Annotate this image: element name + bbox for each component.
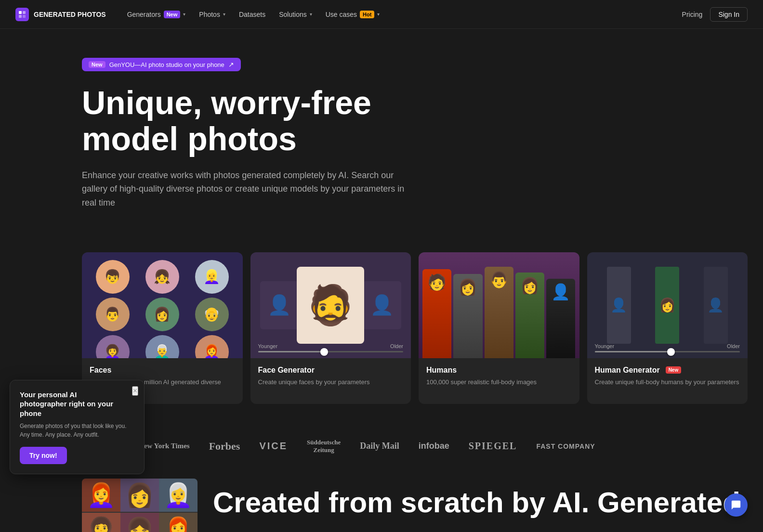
press-logo-fast-company: FAST COMPANY	[536, 442, 595, 450]
press-logo-vice: VICE	[259, 441, 288, 452]
preview-img-5: 👩‍🦳	[159, 479, 197, 512]
popup-desc: Generate photos of you that look like yo…	[20, 422, 134, 439]
face-circle: 👩‍🦱	[96, 335, 130, 358]
chat-button[interactable]	[724, 493, 748, 517]
nav-item-generators[interactable]: Generators New ▾	[121, 8, 192, 21]
press-logo-daily-mail: Daily Mail	[360, 441, 399, 451]
slider-younger-label: Younger	[258, 343, 278, 349]
bottom-section: 👩‍🦰 👩‍🦱 👩 👧 👩‍🦳 👩‍🦰 Created from scratch…	[0, 469, 763, 532]
nav-right: Pricing Sign In	[682, 7, 748, 22]
card-humans-content: Humans 100,000 super realistic full-body…	[419, 358, 579, 395]
hero-subtitle: Enhance your creative works with photos …	[82, 169, 419, 210]
popup-try-button[interactable]: Try now!	[20, 447, 67, 464]
human-gen-bg: 👤 👩 👤 Younger Older	[587, 252, 748, 358]
human-tan: 👨	[485, 267, 513, 358]
hg-slider-older: Older	[727, 343, 740, 349]
svg-rect-0	[19, 11, 22, 14]
signin-button[interactable]: Sign In	[710, 7, 748, 22]
slider-older-label: Older	[390, 343, 403, 349]
nav-links: Generators New ▾ Photos ▾ Datasets Solut…	[121, 8, 682, 21]
hg-figure-left: 👤	[607, 267, 631, 344]
chat-icon	[731, 500, 741, 510]
face-gen-bg: 👤 🧔 👤 Younger Older	[250, 252, 411, 358]
preview-img-1: 👩‍🦰	[82, 479, 120, 512]
card-humans[interactable]: 🧑 👩 👨 👩 👤 Humans 100,000 super realistic…	[419, 252, 579, 404]
card-face-gen-image: 👤 🧔 👤 Younger Older	[250, 252, 411, 358]
face-circle: 👧	[145, 260, 179, 294]
bottom-cta-text: Created from scratch by AI. Generated	[213, 479, 740, 517]
logo[interactable]: GENERATED PHOTOS	[15, 8, 106, 21]
svg-rect-3	[23, 15, 26, 18]
card-human-gen-desc: Create unique full-body humans by your p…	[595, 377, 740, 387]
card-face-gen-content: Face Generator Create unique faces by yo…	[250, 358, 411, 395]
hg-slider-thumb	[667, 348, 675, 356]
bottom-preview: 👩‍🦰 👩‍🦱 👩 👧 👩‍🦳 👩‍🦰	[82, 479, 197, 532]
card-face-generator[interactable]: 👤 🧔 👤 Younger Older Face G	[250, 252, 411, 404]
press-logo-spiegel: SPIEGEL	[469, 441, 517, 452]
card-humans-title: Humans	[426, 366, 572, 375]
preview-img-2: 👩‍🦱	[82, 513, 120, 532]
pricing-link[interactable]: Pricing	[682, 11, 703, 18]
card-face-gen-title: Face Generator	[258, 366, 404, 375]
nav-item-solutions[interactable]: Solutions ▾	[273, 8, 318, 21]
card-humans-desc: 100,000 super realistic full-body images	[426, 377, 572, 387]
face-circle: 👴	[195, 298, 229, 331]
svg-rect-1	[23, 11, 26, 14]
age-slider: Younger Older	[258, 343, 404, 352]
hg-figure-center: 👩	[655, 267, 679, 344]
face-side-left: 👤	[260, 281, 299, 329]
hg-slider-younger: Younger	[595, 343, 615, 349]
card-human-gen-content: Human Generator New Create unique full-b…	[587, 358, 748, 395]
human-green: 👩	[515, 272, 544, 358]
new-badge: New	[666, 366, 682, 374]
hero-section: New GenYOU—AI photo studio on your phone…	[0, 29, 763, 252]
hero-title: Unique, worry-free model photos	[82, 85, 458, 157]
human-dark: 👩	[453, 274, 482, 358]
face-side-right: 👤	[363, 281, 401, 329]
slider-thumb	[320, 348, 328, 356]
chevron-down-icon: ▾	[377, 12, 380, 17]
slider-fill	[258, 351, 324, 352]
preview-img-4: 👧	[120, 513, 159, 532]
face-circle: 👦	[96, 260, 130, 294]
card-human-gen-title: Human Generator New	[595, 366, 740, 375]
human-black: 👤	[546, 279, 575, 358]
badge-new-label: New	[89, 61, 105, 68]
logo-icon	[15, 8, 29, 21]
hg-slider: Younger Older	[595, 343, 740, 352]
nav-item-photos[interactable]: Photos ▾	[193, 8, 231, 21]
face-circle: 👨	[96, 298, 130, 331]
card-human-generator[interactable]: 👤 👩 👤 Younger Older Human Generator	[587, 252, 748, 404]
hero-badge[interactable]: New GenYOU—AI photo studio on your phone…	[82, 58, 241, 71]
card-faces-title: Faces	[90, 366, 235, 375]
press-logo-sz: SüddeutscheZeitung	[307, 439, 341, 454]
faces-mosaic: 👦 👧 👱‍♀️ 👨 👩 👴 👩‍🦱 👨‍🦳 👩‍🦰	[82, 252, 243, 358]
hg-slider-track[interactable]	[595, 351, 740, 352]
badge-text: GenYOU—AI photo studio on your phone	[109, 61, 224, 68]
preview-img-3: 👩	[120, 479, 159, 512]
logo-text: GENERATED PHOTOS	[34, 11, 106, 18]
chevron-down-icon: ▾	[310, 12, 312, 17]
popup-close-button[interactable]: ×	[132, 386, 138, 396]
face-circle: 👩‍🦰	[195, 335, 229, 358]
human-red: 🧑	[422, 269, 451, 358]
face-circle: 👩	[145, 298, 179, 331]
press-logo-infobae: infobae	[419, 441, 449, 451]
nav-item-datasets[interactable]: Datasets	[233, 8, 271, 21]
face-circle: 👨‍🦳	[145, 335, 179, 358]
nav-item-use-cases[interactable]: Use cases Hot ▾	[320, 8, 386, 21]
preview-img-6: 👩‍🦰	[159, 513, 197, 532]
humans-bg: 🧑 👩 👨 👩 👤	[419, 252, 579, 358]
slider-track[interactable]	[258, 351, 404, 352]
popup-title: Your personal AI photographer right on y…	[20, 390, 134, 418]
face-center: 🧔	[297, 267, 364, 344]
popup-photographer: × Your personal AI photographer right on…	[10, 380, 145, 475]
hg-slider-fill	[595, 351, 671, 352]
face-circle: 👱‍♀️	[195, 260, 229, 294]
chevron-down-icon: ▾	[223, 12, 225, 17]
navbar: GENERATED PHOTOS Generators New ▾ Photos…	[0, 0, 763, 29]
card-humans-image: 🧑 👩 👨 👩 👤	[419, 252, 579, 358]
card-face-gen-desc: Create unique faces by your parameters	[258, 377, 404, 387]
card-human-gen-image: 👤 👩 👤 Younger Older	[587, 252, 748, 358]
card-faces-image: 👦 👧 👱‍♀️ 👨 👩 👴 👩‍🦱 👨‍🦳 👩‍🦰	[82, 252, 243, 358]
